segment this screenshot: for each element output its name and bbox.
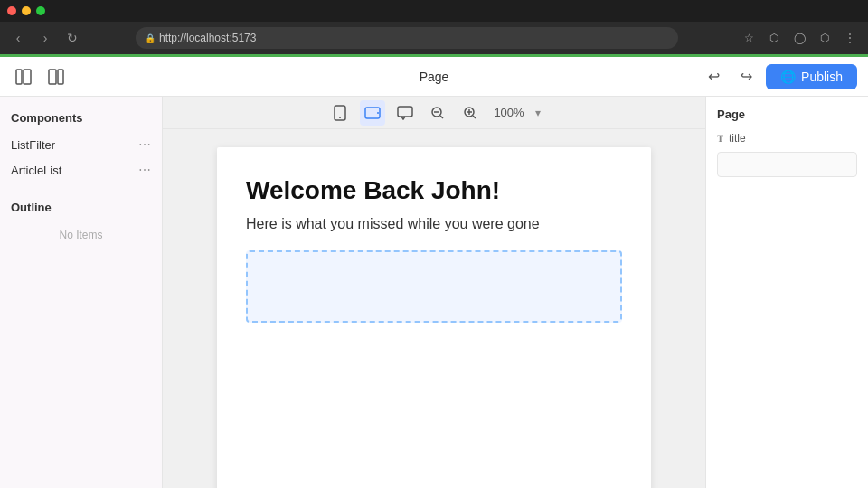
title-property-label: title <box>729 132 746 145</box>
zoom-in-button[interactable] <box>458 100 483 126</box>
forward-button[interactable]: › <box>34 27 56 49</box>
left-sidebar: Components ListFilter ⋯ ArticleList ⋯ Ou… <box>0 97 163 488</box>
mobile-view-button[interactable] <box>327 100 353 126</box>
zoom-level: 100% <box>490 106 527 119</box>
traffic-light-red[interactable] <box>7 6 16 15</box>
canvas-area: 100% ▾ Welcome Back John! Here is what y… <box>163 97 705 488</box>
canvas-page-title: Welcome Back John! <box>246 176 622 205</box>
components-section-title: Components <box>0 108 162 132</box>
list-filter-label: ListFilter <box>11 138 55 152</box>
article-list-item[interactable]: ArticleList ⋯ <box>0 157 162 183</box>
canvas-page-subtitle: Here is what you missed while you were g… <box>246 216 622 232</box>
browser-chrome: ‹ › ↻ 🔒 http://localhost:5173 ☆ ⬡ ◯ ⬡ ⋮ <box>0 0 868 57</box>
panel-right-icon <box>48 69 64 85</box>
svg-rect-1 <box>24 70 31 84</box>
extension-icon[interactable]: ⬡ <box>763 27 785 49</box>
toggle-right-panel-button[interactable] <box>43 64 69 89</box>
canvas-toolbar: 100% ▾ <box>163 97 705 129</box>
back-button[interactable]: ‹ <box>7 27 29 49</box>
undo-button[interactable]: ↩ <box>701 64 726 89</box>
redo-button[interactable]: ↪ <box>733 64 759 89</box>
title-value-box[interactable] <box>717 152 857 177</box>
svg-point-7 <box>377 112 379 114</box>
comment-view-button[interactable] <box>392 100 418 126</box>
refresh-button[interactable]: ↻ <box>61 27 83 49</box>
list-filter-item[interactable]: ListFilter ⋯ <box>0 132 162 157</box>
drop-zone[interactable] <box>246 250 622 323</box>
no-items-label: No Items <box>0 221 162 249</box>
toggle-left-panel-button[interactable] <box>11 64 36 89</box>
svg-line-15 <box>473 116 476 118</box>
zoom-dropdown-chevron[interactable]: ▾ <box>535 107 541 119</box>
right-sidebar-title: Page <box>717 108 857 121</box>
svg-point-5 <box>339 117 341 118</box>
traffic-light-green[interactable] <box>36 6 45 15</box>
svg-rect-2 <box>49 70 56 84</box>
zoom-out-button[interactable] <box>425 100 450 126</box>
menu-icon[interactable]: ⋮ <box>839 27 861 49</box>
publish-label: Publish <box>801 70 843 84</box>
tablet-view-button[interactable] <box>360 100 385 126</box>
list-filter-dots[interactable]: ⋯ <box>138 137 151 152</box>
browser-titlebar <box>0 0 868 22</box>
traffic-light-yellow[interactable] <box>22 6 31 15</box>
address-bar[interactable]: 🔒 http://localhost:5173 <box>136 27 678 49</box>
extension2-icon[interactable]: ⬡ <box>814 27 835 49</box>
canvas-content: Welcome Back John! Here is what you miss… <box>163 129 705 488</box>
lock-icon: 🔒 <box>145 33 156 43</box>
outline-section-title: Outline <box>0 197 162 221</box>
right-sidebar: Page 𝐓 title <box>705 97 868 488</box>
globe-icon: 🌐 <box>780 70 796 84</box>
title-property-row: 𝐓 title <box>717 132 857 145</box>
page-canvas: Welcome Back John! Here is what you miss… <box>217 147 651 488</box>
svg-line-11 <box>440 116 443 118</box>
svg-rect-3 <box>58 70 63 84</box>
star-icon[interactable]: ☆ <box>738 27 760 49</box>
profile-icon[interactable]: ◯ <box>788 27 810 49</box>
article-list-label: ArticleList <box>11 164 61 177</box>
top-bar: Page ↩ ↪ 🌐 Publish <box>0 57 868 97</box>
publish-button[interactable]: 🌐 Publish <box>766 64 857 89</box>
svg-rect-8 <box>398 107 412 117</box>
panel-left-icon <box>15 69 32 85</box>
text-type-icon: 𝐓 <box>717 133 723 145</box>
svg-rect-0 <box>16 70 22 84</box>
article-list-dots[interactable]: ⋯ <box>138 163 151 177</box>
page-title: Page <box>420 70 449 84</box>
address-text: http://localhost:5173 <box>159 32 256 44</box>
